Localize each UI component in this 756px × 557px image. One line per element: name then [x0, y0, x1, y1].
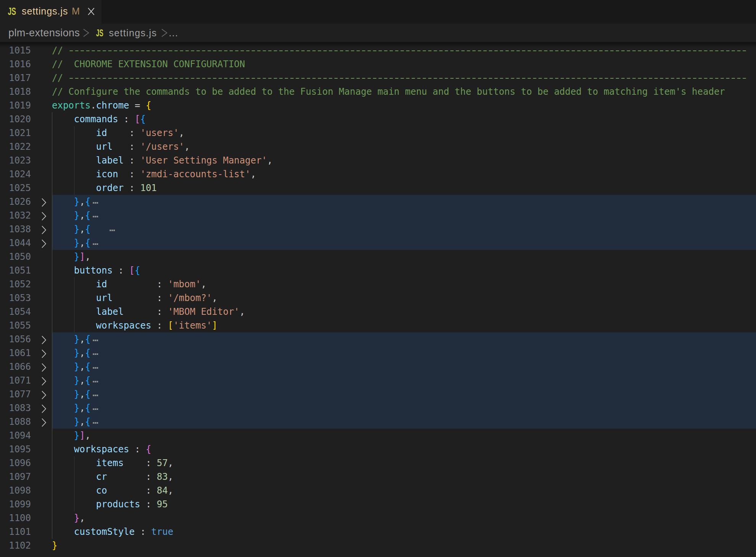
- code-text: },{: [52, 236, 99, 250]
- code-line[interactable]: 1094 }],: [0, 429, 756, 442]
- line-number: 1019: [0, 99, 31, 112]
- code-line[interactable]: 1102}: [0, 539, 756, 552]
- code-line[interactable]: 1054 label : 'MBOM Editor',: [0, 305, 756, 319]
- folded-region-highlight: [52, 346, 756, 360]
- fold-chevron-right-icon[interactable]: [37, 416, 50, 429]
- code-line[interactable]: 1025 order : 101: [0, 181, 756, 195]
- code-line[interactable]: 1051 buttons : [{: [0, 264, 756, 277]
- fold-ellipsis[interactable]: [93, 207, 99, 221]
- code-line[interactable]: 1021 id : 'users',: [0, 126, 756, 140]
- code-line[interactable]: 1071 },{: [0, 374, 756, 387]
- javascript-file-icon: JS: [96, 27, 103, 39]
- breadcrumb-symbol-ellipsis[interactable]: ...: [169, 24, 178, 42]
- code-line[interactable]: 1052 id : 'mbom',: [0, 277, 756, 291]
- tab-settings-js[interactable]: JS settings.js M: [0, 0, 102, 24]
- fold-chevron-right-icon[interactable]: [37, 348, 50, 360]
- fold-chevron-right-icon[interactable]: [37, 389, 50, 401]
- code-line[interactable]: 1088 },{: [0, 415, 756, 429]
- line-number: 1098: [0, 484, 31, 497]
- scroll-shadow: [0, 42, 756, 48]
- breadcrumb-folder[interactable]: plm-extensions: [8, 24, 80, 42]
- code-text: label : 'User Settings Manager',: [52, 154, 273, 167]
- code-line[interactable]: 1017// ---------------------------------…: [0, 71, 756, 85]
- fold-ellipsis[interactable]: [93, 386, 99, 400]
- line-number: 1018: [0, 85, 31, 99]
- code-line[interactable]: 1024 icon : 'zmdi-accounts-list',: [0, 167, 756, 181]
- code-text: },{: [52, 374, 99, 387]
- close-icon[interactable]: [87, 7, 95, 16]
- fold-ellipsis[interactable]: [93, 359, 99, 372]
- line-number: 1102: [0, 539, 31, 552]
- code-line[interactable]: 1038 },{: [0, 222, 756, 236]
- fold-chevron-right-icon[interactable]: [37, 238, 50, 250]
- code-line[interactable]: 1066 },{: [0, 360, 756, 374]
- fold-ellipsis[interactable]: [93, 331, 99, 345]
- code-line[interactable]: 1055 workspaces : ['items']: [0, 319, 756, 332]
- fold-ellipsis[interactable]: [93, 372, 99, 386]
- fold-ellipsis[interactable]: [93, 235, 99, 249]
- code-line[interactable]: 1100 },: [0, 511, 756, 525]
- code-line[interactable]: 1099 products : 95: [0, 497, 756, 511]
- fold-chevron-right-icon[interactable]: [37, 375, 50, 387]
- fold-ellipsis[interactable]: [93, 345, 99, 359]
- code-line[interactable]: 1097 cr : 83,: [0, 470, 756, 484]
- line-number: 1055: [0, 319, 31, 332]
- code-text: // -------------------------------------…: [52, 71, 747, 85]
- code-line[interactable]: 1096 items : 57,: [0, 456, 756, 470]
- line-number: 1017: [0, 71, 31, 85]
- fold-chevron-right-icon[interactable]: [37, 403, 50, 415]
- fold-chevron-right-icon[interactable]: [37, 224, 50, 236]
- code-line[interactable]: 1032 },{: [0, 209, 756, 222]
- code-line[interactable]: 1083 },{: [0, 401, 756, 415]
- code-text: },: [52, 511, 85, 525]
- code-text: id : 'users',: [52, 126, 184, 140]
- code-line[interactable]: 1019exports.chrome = {: [0, 99, 756, 112]
- code-text: // Configure the commands to be added to…: [52, 85, 725, 99]
- code-line[interactable]: 1044 },{: [0, 236, 756, 250]
- line-number: 1095: [0, 442, 31, 456]
- code-line[interactable]: 1095 workspaces : {: [0, 442, 756, 456]
- line-number: 1052: [0, 277, 31, 291]
- javascript-file-icon: JS: [8, 5, 16, 17]
- code-line[interactable]: 1050 }],: [0, 250, 756, 264]
- code-line[interactable]: 1056 },{: [0, 332, 756, 346]
- code-editor[interactable]: 1015// ---------------------------------…: [0, 42, 756, 557]
- line-number: 1061: [0, 346, 31, 360]
- line-number: 1024: [0, 167, 31, 181]
- code-line[interactable]: 1061 },{: [0, 346, 756, 360]
- code-line[interactable]: 1023 label : 'User Settings Manager',: [0, 154, 756, 167]
- code-line[interactable]: 1020 commands : [{: [0, 112, 756, 126]
- code-line[interactable]: 1018// Configure the commands to be adde…: [0, 85, 756, 99]
- fold-ellipsis[interactable]: [110, 221, 115, 235]
- line-number: 1083: [0, 401, 31, 415]
- code-line[interactable]: 1053 url : '/mbom?',: [0, 291, 756, 305]
- code-text: icon : 'zmdi-accounts-list',: [52, 167, 256, 181]
- code-line[interactable]: 1016// CHOROME EXTENSION CONFIGURATION: [0, 57, 756, 71]
- fold-ellipsis[interactable]: [93, 400, 99, 414]
- fold-ellipsis[interactable]: [93, 414, 99, 427]
- code-text: },{: [52, 346, 99, 360]
- line-number: 1054: [0, 305, 31, 319]
- code-line[interactable]: 1077 },{: [0, 387, 756, 401]
- line-number: 1032: [0, 209, 31, 222]
- fold-chevron-right-icon[interactable]: [37, 361, 50, 374]
- code-text: items : 57,: [52, 456, 173, 470]
- code-line[interactable]: 1098 co : 84,: [0, 484, 756, 497]
- code-line[interactable]: 1101 customStyle : true: [0, 525, 756, 539]
- fold-chevron-right-icon[interactable]: [37, 334, 50, 346]
- folded-region-highlight: [52, 236, 756, 250]
- fold-ellipsis[interactable]: [93, 194, 99, 207]
- line-number: 1050: [0, 250, 31, 264]
- chevron-right-icon: [83, 28, 89, 38]
- breadcrumb-file[interactable]: settings.js: [109, 24, 157, 42]
- code-line[interactable]: 1022 url : '/users',: [0, 140, 756, 154]
- code-text: },{: [52, 209, 99, 222]
- fold-chevron-right-icon[interactable]: [37, 210, 50, 222]
- line-number: 1020: [0, 112, 31, 126]
- code-line[interactable]: 1026 },{: [0, 195, 756, 209]
- folded-region-highlight: [52, 360, 756, 374]
- code-text: url : '/users',: [52, 140, 190, 154]
- git-modified-badge: M: [72, 6, 80, 17]
- svg-text:JS: JS: [8, 6, 16, 17]
- fold-chevron-right-icon[interactable]: [37, 196, 50, 209]
